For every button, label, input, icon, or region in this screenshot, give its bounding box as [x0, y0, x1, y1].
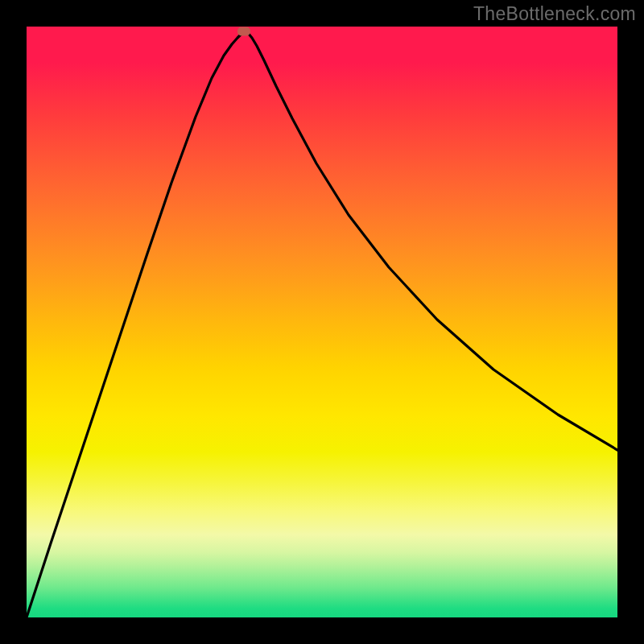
bottleneck-marker	[237, 27, 250, 36]
curve-svg	[27, 27, 617, 617]
plot-area	[27, 27, 617, 617]
chart-frame: TheBottleneck.com	[0, 0, 644, 644]
bottleneck-curve	[27, 31, 617, 617]
watermark-text: TheBottleneck.com	[473, 3, 636, 25]
